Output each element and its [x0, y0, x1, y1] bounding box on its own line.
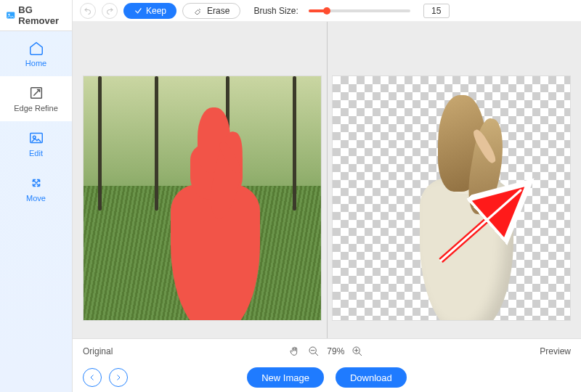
sidebar-item-edit[interactable]: Edit — [0, 121, 72, 166]
app-logo-icon — [6, 9, 15, 21]
keep-mask-overlay — [160, 101, 269, 320]
keep-button[interactable]: Keep — [123, 3, 176, 19]
preview-caption: Preview — [540, 346, 571, 356]
app-logo: BG Remover — [0, 0, 72, 31]
zoom-in-icon[interactable] — [352, 346, 363, 357]
zoom-out-icon[interactable] — [308, 346, 320, 357]
original-panel — [80, 29, 322, 338]
keep-icon — [134, 7, 142, 15]
toolbar: Keep Erase Brush Size: 15 — [73, 0, 581, 22]
home-icon — [28, 40, 44, 56]
sidebar-item-label: Edge Refine — [14, 104, 58, 113]
sidebar-item-label: Move — [26, 194, 46, 203]
zoom-level: 79% — [327, 346, 344, 356]
app-title: BG Remover — [18, 4, 66, 26]
preview-image[interactable] — [332, 75, 571, 321]
new-image-button[interactable]: New Image — [247, 367, 324, 388]
brush-size-value[interactable]: 15 — [423, 4, 450, 18]
preview-panel — [332, 29, 574, 338]
slider-thumb[interactable] — [323, 7, 330, 15]
sidebar-item-label: Edit — [29, 149, 43, 158]
original-caption: Original — [83, 346, 113, 356]
download-label: Download — [350, 372, 392, 383]
svg-line-9 — [359, 353, 362, 356]
workspace — [73, 22, 581, 338]
sidebar-item-move[interactable]: Move — [0, 166, 72, 211]
brush-size-slider[interactable] — [309, 9, 410, 12]
main-area: Keep Erase Brush Size: 15 — [73, 0, 581, 392]
bottom-bar: New Image Download — [73, 363, 581, 392]
original-image[interactable] — [83, 75, 322, 321]
view-controls: Original 79% Preview — [73, 338, 581, 363]
undo-icon — [84, 7, 92, 15]
keep-label: Keep — [146, 6, 166, 16]
move-icon — [28, 175, 44, 191]
redo-icon — [105, 7, 114, 15]
edge-refine-icon — [28, 85, 44, 101]
hand-tool-icon[interactable] — [289, 346, 301, 357]
sidebar-item-label: Home — [25, 59, 46, 68]
undo-button[interactable] — [80, 3, 96, 19]
brush-size-label: Brush Size: — [253, 6, 298, 16]
erase-button[interactable]: Erase — [182, 3, 240, 19]
edit-icon — [28, 130, 44, 146]
redo-button[interactable] — [102, 3, 118, 19]
erase-label: Erase — [207, 6, 229, 16]
chevron-right-icon — [114, 373, 123, 382]
sidebar-item-home[interactable]: Home — [0, 31, 72, 76]
new-image-label: New Image — [261, 372, 309, 383]
sidebar: BG Remover Home Edge Refine Edit Move — [0, 0, 73, 392]
next-button[interactable] — [109, 368, 128, 387]
cutout-subject — [409, 91, 523, 320]
svg-point-1 — [8, 14, 9, 15]
erase-icon — [193, 7, 203, 15]
download-button[interactable]: Download — [336, 367, 407, 388]
svg-line-6 — [315, 353, 318, 356]
sidebar-item-edge-refine[interactable]: Edge Refine — [0, 76, 72, 121]
prev-button[interactable] — [83, 368, 102, 387]
chevron-left-icon — [88, 373, 97, 382]
